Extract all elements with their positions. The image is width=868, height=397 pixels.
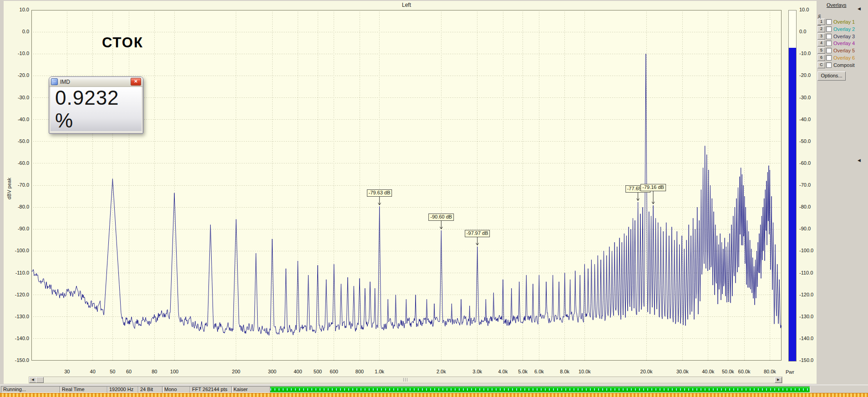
overlay-row: 3Overlay 3: [817, 33, 855, 40]
power-level-meter: [788, 10, 797, 361]
overlay-row: 1Overlay 1: [817, 19, 855, 25]
overlay-label: Overlay 5: [833, 48, 855, 53]
progress-field: [270, 386, 810, 393]
status-field: 24 Bit: [138, 386, 163, 393]
imd-value: 0.9232 %: [51, 87, 142, 132]
scrollbar-right-arrow-icon[interactable]: ▶: [775, 377, 782, 383]
overlay-set-button[interactable]: 3: [817, 33, 825, 40]
imd-window-close-icon[interactable]: ✕: [131, 78, 141, 86]
y-axis-title: dBV peak: [6, 178, 12, 199]
scrollbar-grip[interactable]: [403, 378, 408, 382]
status-field: Running...: [1, 386, 61, 393]
overlay-on-checkbox[interactable]: [826, 55, 832, 61]
overlay-set-button[interactable]: 5: [817, 47, 825, 54]
overlay-on-checkbox[interactable]: [826, 48, 832, 53]
overlay-row: 4Overlay 4: [817, 40, 855, 46]
channel-title: Left: [402, 2, 411, 8]
scrollbar-thumb[interactable]: [36, 377, 44, 383]
bottom-orange-progress-strip: [0, 393, 868, 397]
overlay-set-button[interactable]: 2: [817, 26, 825, 32]
imd-window-icon[interactable]: ↔: [51, 78, 58, 85]
overlay-on-checkbox[interactable]: [826, 41, 832, 46]
imd-window[interactable]: ↔ IMD ✕ 0.9232 %: [49, 76, 143, 134]
pwr-label: Pwr: [786, 369, 794, 375]
status-field: 192000 Hz: [107, 386, 139, 393]
scrollbar-left-arrow-icon[interactable]: ◀: [29, 377, 36, 383]
spectrum-plot-canvas[interactable]: [31, 10, 782, 361]
overlay-label: Composit: [833, 62, 854, 68]
overlay-label: Overlay 1: [833, 19, 855, 25]
overlay-set-button[interactable]: 1: [817, 19, 825, 25]
overlay-set-button[interactable]: C: [817, 62, 825, 68]
overlay-row: 5Overlay 5: [817, 47, 855, 54]
overlay-set-button[interactable]: 4: [817, 40, 825, 46]
marker-label[interactable]: -97.97 dB: [465, 230, 490, 237]
status-field: Real Time: [60, 386, 108, 393]
status-field: Mono: [162, 386, 191, 393]
panel-collapse-arrow-icon[interactable]: ◀: [858, 6, 861, 11]
panel-splitter-arrow-icon[interactable]: ◀: [858, 158, 861, 163]
plot-annotation-text: СТОК: [102, 35, 143, 51]
marker-label[interactable]: -90.60 dB: [428, 214, 454, 221]
marker-label[interactable]: -79.16 dB: [640, 184, 666, 191]
overlay-on-checkbox[interactable]: [826, 62, 832, 68]
spectrum-trace-svg: [31, 10, 782, 361]
progress-wave-pattern: [270, 388, 810, 391]
status-bar: Running...Real Time192000 Hz24 BitMonoFF…: [0, 385, 868, 393]
overlay-label: Overlay 2: [833, 26, 855, 32]
overlay-on-checkbox[interactable]: [826, 34, 832, 39]
marker-label[interactable]: -79.63 dB: [367, 189, 392, 197]
overlay-on-checkbox[interactable]: [826, 19, 832, 25]
options-button[interactable]: Options...: [817, 71, 846, 81]
status-field: FFT 262144 pts: [190, 386, 233, 393]
overlay-on-checkbox[interactable]: [826, 26, 832, 32]
power-level-meter-fill: [789, 48, 796, 361]
horizontal-scrollbar[interactable]: ◀ ▶: [29, 377, 782, 383]
overlay-label: Overlay 3: [833, 34, 855, 39]
overlay-row: 6Overlay 6: [817, 55, 855, 61]
imd-window-titlebar[interactable]: ↔ IMD ✕: [49, 77, 143, 87]
progress-bar: [270, 387, 810, 392]
overlays-panel-title: Overlays: [827, 2, 846, 8]
imd-window-content: 0.9232 %: [51, 87, 142, 131]
overlay-row: 2Overlay 2: [817, 26, 855, 32]
overlay-label: Overlay 6: [833, 55, 855, 61]
overlay-set-button[interactable]: 6: [817, 55, 825, 61]
status-field: Kaiser: [231, 386, 271, 393]
imd-window-title: IMD: [60, 79, 131, 85]
overlay-label: Overlay 4: [833, 41, 855, 46]
spectrum-analyzer-app: { "header": { "title": "Left" }, "axes":…: [0, 0, 868, 397]
overlay-row: CComposit: [817, 62, 854, 68]
